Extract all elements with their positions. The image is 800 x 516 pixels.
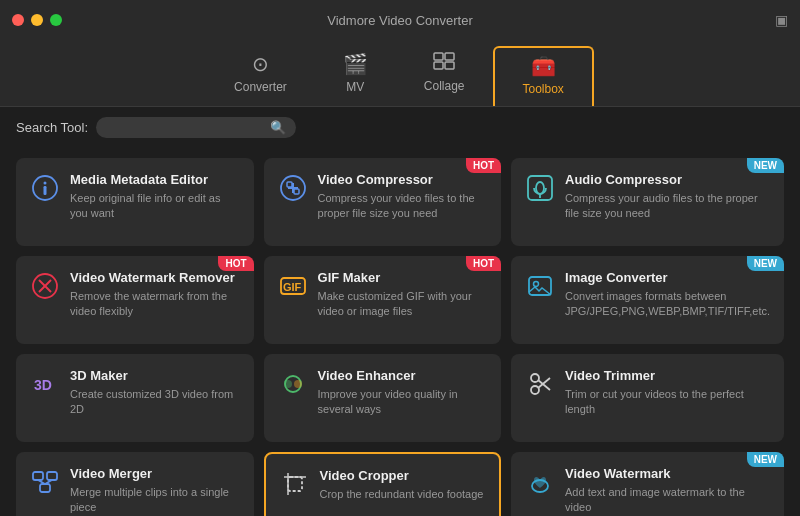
card-icon-video-merger: [30, 468, 60, 502]
card-header: Audio Compressor Compress your audio fil…: [525, 172, 770, 222]
card-desc-media-metadata: Keep original file info or edit as you w…: [70, 191, 240, 222]
nav-item-mv[interactable]: 🎬 MV: [315, 46, 396, 106]
card-video-enhancer[interactable]: Video Enhancer Improve your video qualit…: [264, 354, 502, 442]
card-video-compressor[interactable]: Hot Video Compressor Compress your video…: [264, 158, 502, 246]
card-title-video-watermark-remover: Video Watermark Remover: [70, 270, 240, 287]
card-icon-video-cropper: [280, 470, 310, 504]
card-video-watermark-remover[interactable]: Hot Video Watermark Remover Remove the w…: [16, 256, 254, 344]
card-desc-audio-compressor: Compress your audio files to the proper …: [565, 191, 770, 222]
mv-icon: 🎬: [343, 52, 368, 76]
title-bar: Vidmore Video Converter ▣: [0, 0, 800, 40]
card-header: Video Watermark Add text and image water…: [525, 466, 770, 516]
card-media-metadata[interactable]: Media Metadata Editor Keep original file…: [16, 158, 254, 246]
card-video-watermark[interactable]: New Video Watermark Add text and image w…: [511, 452, 784, 516]
window-icon: ▣: [775, 12, 788, 28]
card-header: Video Watermark Remover Remove the water…: [30, 270, 240, 320]
card-3d-maker[interactable]: 3D 3D Maker Create customized 3D video f…: [16, 354, 254, 442]
minimize-button[interactable]: [31, 14, 43, 26]
svg-rect-0: [434, 53, 443, 60]
card-header: Video Trimmer Trim or cut your videos to…: [525, 368, 770, 418]
nav-item-collage[interactable]: Collage: [396, 46, 493, 106]
badge-new: New: [747, 256, 784, 271]
card-icon-audio-compressor: [525, 174, 555, 208]
nav-label-collage: Collage: [424, 79, 465, 93]
svg-rect-1: [445, 53, 454, 60]
card-audio-compressor[interactable]: New Audio Compressor Compress your audio…: [511, 158, 784, 246]
svg-line-28: [538, 378, 550, 388]
card-icon-media-metadata: [30, 174, 60, 208]
card-title-video-compressor: Video Compressor: [318, 172, 488, 189]
nav-item-converter[interactable]: ⊙ Converter: [206, 46, 315, 106]
card-icon-video-compressor: [278, 174, 308, 208]
svg-rect-11: [294, 189, 299, 194]
nav-item-toolbox[interactable]: 🧰 Toolbox: [493, 46, 594, 106]
card-icon-image-converter: [525, 272, 555, 306]
card-icon-video-watermark: [525, 468, 555, 502]
maximize-button[interactable]: [50, 14, 62, 26]
svg-point-13: [536, 182, 544, 194]
toolbox-icon: 🧰: [531, 54, 556, 78]
close-button[interactable]: [12, 14, 24, 26]
card-icon-gif-maker: GIF: [278, 272, 308, 306]
badge-hot: Hot: [466, 256, 501, 271]
svg-rect-6: [44, 186, 47, 195]
search-bar: Search Tool: 🔍: [0, 107, 800, 148]
card-title-video-cropper: Video Cropper: [320, 468, 484, 485]
traffic-lights: [12, 14, 62, 26]
card-desc-video-watermark: Add text and image watermark to the vide…: [565, 485, 770, 516]
search-input-wrap[interactable]: 🔍: [96, 117, 296, 138]
search-input[interactable]: [106, 121, 264, 135]
svg-line-29: [538, 380, 550, 390]
badge-hot: Hot: [466, 158, 501, 173]
search-label: Search Tool:: [16, 120, 88, 135]
card-title-3d-maker: 3D Maker: [70, 368, 240, 385]
nav-bar: ⊙ Converter 🎬 MV Collage 🧰 Toolbox: [0, 40, 800, 107]
svg-rect-32: [40, 484, 50, 492]
svg-rect-3: [445, 62, 454, 69]
collage-icon: [433, 52, 455, 75]
card-title-video-merger: Video Merger: [70, 466, 240, 483]
card-icon-video-watermark-remover: [30, 272, 60, 306]
card-desc-gif-maker: Make customized GIF with your video or i…: [318, 289, 488, 320]
card-video-trimmer[interactable]: Video Trimmer Trim or cut your videos to…: [511, 354, 784, 442]
card-header: Video Merger Merge multiple clips into a…: [30, 466, 240, 516]
card-desc-3d-maker: Create customized 3D video from 2D: [70, 387, 240, 418]
nav-label-toolbox: Toolbox: [523, 82, 564, 96]
badge-new: New: [747, 452, 784, 467]
app-title: Vidmore Video Converter: [327, 13, 473, 28]
svg-point-21: [534, 282, 539, 287]
svg-rect-10: [287, 182, 292, 187]
card-title-video-trimmer: Video Trimmer: [565, 368, 770, 385]
svg-text:3D: 3D: [34, 377, 52, 393]
card-icon-3d-maker: 3D: [30, 370, 60, 404]
tools-grid: Media Metadata Editor Keep original file…: [0, 148, 800, 516]
svg-rect-31: [47, 472, 57, 480]
card-icon-video-trimmer: [525, 370, 555, 404]
svg-point-24: [284, 380, 292, 388]
svg-text:GIF: GIF: [283, 281, 302, 293]
card-video-merger[interactable]: Video Merger Merge multiple clips into a…: [16, 452, 254, 516]
card-title-audio-compressor: Audio Compressor: [565, 172, 770, 189]
card-desc-video-enhancer: Improve your video quality in several wa…: [318, 387, 488, 418]
card-desc-video-merger: Merge multiple clips into a single piece: [70, 485, 240, 516]
card-title-image-converter: Image Converter: [565, 270, 770, 287]
search-icon: 🔍: [270, 120, 286, 135]
card-gif-maker[interactable]: Hot GIF GIF Maker Make customized GIF wi…: [264, 256, 502, 344]
svg-point-5: [44, 182, 47, 185]
card-title-gif-maker: GIF Maker: [318, 270, 488, 287]
svg-point-25: [294, 380, 302, 388]
badge-new: New: [747, 158, 784, 173]
card-image-converter[interactable]: New Image Converter Convert images forma…: [511, 256, 784, 344]
badge-hot: Hot: [218, 256, 253, 271]
card-desc-video-trimmer: Trim or cut your videos to the perfect l…: [565, 387, 770, 418]
card-header: 3D 3D Maker Create customized 3D video f…: [30, 368, 240, 418]
card-video-cropper[interactable]: Video Cropper Crop the redundant video f…: [264, 452, 502, 516]
nav-label-mv: MV: [346, 80, 364, 94]
card-header: Media Metadata Editor Keep original file…: [30, 172, 240, 222]
card-desc-image-converter: Convert images formats between JPG/JPEG,…: [565, 289, 770, 320]
card-desc-video-watermark-remover: Remove the watermark from the video flex…: [70, 289, 240, 320]
card-header: Video Compressor Compress your video fil…: [278, 172, 488, 222]
nav-label-converter: Converter: [234, 80, 287, 94]
card-header: Image Converter Convert images formats b…: [525, 270, 770, 320]
svg-rect-2: [434, 62, 443, 69]
